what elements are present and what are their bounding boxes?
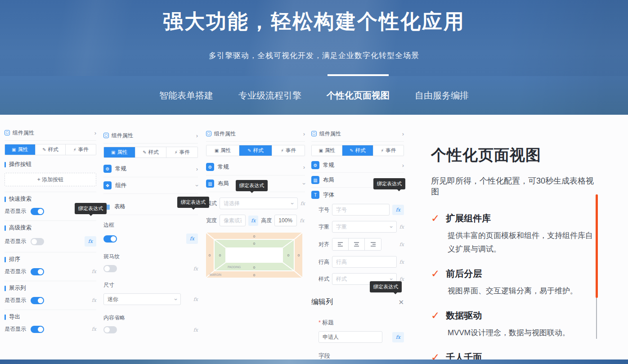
section-action-buttons: 操作按钮	[4, 161, 96, 168]
event-icon: ⚡	[73, 147, 76, 152]
panel4-header: 组件属性 ›	[311, 128, 404, 139]
collapse-icon[interactable]: ›	[94, 130, 96, 136]
tab-properties[interactable]: ▣ 属性	[312, 145, 342, 156]
padding-bottom-value: 0	[253, 265, 256, 270]
align-right-button[interactable]	[365, 238, 381, 250]
tab-style[interactable]: ✎ 样式	[239, 145, 272, 156]
columns-show-row: 是否显示 fx	[4, 297, 96, 304]
collapse-icon[interactable]: ›	[303, 131, 305, 137]
gear-icon: ⚙	[311, 161, 319, 169]
tab-event[interactable]: ⚡ 事件	[272, 145, 305, 156]
tab-event[interactable]: ⚡ 事件	[66, 144, 96, 155]
group-general[interactable]: ⚙ 常规 ›	[311, 158, 404, 172]
width-input[interactable]	[220, 215, 246, 226]
layout-icon: ▥	[311, 176, 319, 184]
section-quick-search: 快速搜索	[4, 195, 96, 203]
border-label: 边框	[103, 221, 198, 229]
tab-properties[interactable]: ▣ 属性	[104, 147, 135, 157]
sort-toggle[interactable]	[31, 268, 44, 275]
feature-scroll-indicator[interactable]	[596, 194, 598, 339]
fx-button[interactable]: fx	[193, 266, 198, 272]
align-group	[332, 238, 381, 251]
fx-button-active[interactable]: fx	[186, 234, 198, 244]
font-icon: T	[311, 191, 319, 199]
fx-button-active[interactable]: fx	[392, 332, 404, 342]
chevron-right-icon: ›	[196, 166, 198, 172]
tab-process-engine[interactable]: 专业级流程引擎	[238, 90, 301, 101]
font-size-input[interactable]	[332, 204, 390, 216]
page: 强大功能，轻松构建个性化应用 多引擎驱动，全栈可视化开发，满足企业数字化转型全场…	[0, 0, 628, 364]
align-center-button[interactable]	[349, 238, 365, 250]
line-height-input[interactable]	[332, 256, 397, 268]
export-toggle[interactable]	[31, 326, 44, 333]
tab-properties[interactable]: ▣ 属性	[5, 144, 36, 155]
export-show-row: 是否显示 fx	[4, 325, 96, 333]
fx-button[interactable]: fx	[301, 201, 305, 207]
fx-button-active[interactable]: fx	[392, 205, 404, 215]
tab-service-orchestration[interactable]: 自由服务编排	[415, 90, 469, 101]
panel1-title: 组件属性	[13, 129, 34, 137]
fx-button[interactable]: fx	[300, 218, 304, 224]
section-display-columns: 展示列	[4, 284, 96, 292]
collapse-icon[interactable]: ›	[402, 131, 404, 137]
tab-event[interactable]: ⚡ 事件	[166, 147, 197, 157]
size-row: 迷你 › fx	[103, 293, 198, 305]
fx-button[interactable]: fx	[92, 297, 96, 303]
width-label: 宽度	[206, 217, 217, 225]
fx-button[interactable]: fx	[193, 327, 198, 333]
fx-button[interactable]: fx	[92, 326, 96, 332]
size-select[interactable]: 迷你 ›	[103, 293, 181, 305]
align-left-icon	[338, 242, 343, 247]
margin-label: MARGIN	[210, 273, 221, 276]
font-weight-select[interactable]: 字重 ›	[332, 221, 397, 233]
close-icon[interactable]: ✕	[398, 298, 404, 306]
group-general[interactable]: ⚙ 常规 ›	[103, 161, 198, 177]
section-advanced-search: 高级搜索	[4, 224, 96, 232]
font-weight-row: 字重 字重 › fx	[311, 221, 404, 233]
align-left-button[interactable]	[332, 238, 349, 250]
height-input[interactable]	[274, 215, 297, 226]
mode-select[interactable]: 请选择 ›	[220, 198, 298, 209]
panel2-tabgroup: ▣ 属性 ✎ 样式 ⚡ 事件	[103, 147, 198, 158]
border-toggle[interactable]	[103, 235, 117, 243]
style-icon: ✎	[247, 148, 251, 153]
field-field-label: 字段	[311, 352, 404, 360]
group-font[interactable]: T 字体	[311, 188, 404, 202]
fx-button[interactable]: fx	[399, 259, 404, 265]
fx-button[interactable]: fx	[399, 224, 404, 230]
fx-button-active[interactable]: fx	[248, 216, 258, 226]
group-component[interactable]: ❖ 组件 ›	[103, 177, 198, 193]
chevron-down-icon: ›	[173, 298, 179, 300]
scroll-track-rest	[596, 298, 597, 339]
fx-button-active[interactable]: fx	[85, 236, 96, 247]
component-icon	[4, 130, 10, 135]
fx-button[interactable]: fx	[193, 297, 198, 302]
tab-smart-form[interactable]: 智能表单搭建	[159, 90, 213, 101]
collapse-icon[interactable]: ›	[196, 133, 198, 139]
bind-expression-tooltip: 绑定表达式	[75, 203, 107, 214]
title-input[interactable]	[318, 331, 382, 343]
zebra-toggle[interactable]	[103, 265, 117, 272]
group-general[interactable]: ⚙ 常规 ›	[206, 159, 305, 175]
fx-button[interactable]: fx	[92, 269, 96, 274]
tab-style[interactable]: ✎ 样式	[36, 144, 66, 155]
sort-show-row: 是否显示 fx	[4, 268, 96, 275]
tab-properties[interactable]: ▣ 属性	[206, 145, 239, 156]
ellipsis-toggle[interactable]	[103, 326, 117, 333]
hero-title: 强大功能，轻松构建个性化应用	[0, 0, 628, 35]
advanced-search-show-row: 是否显示 fx	[4, 236, 96, 247]
tab-style[interactable]: ✎ 样式	[135, 147, 167, 157]
add-button[interactable]: + 添加按钮	[4, 173, 96, 186]
fx-button[interactable]: fx	[399, 242, 404, 247]
properties-icon: ▣	[111, 150, 115, 155]
properties-icon: ▣	[215, 148, 219, 153]
advanced-search-toggle[interactable]	[31, 238, 44, 245]
hero-section: 强大功能，轻松构建个性化应用 多引擎驱动，全栈可视化开发，满足企业数字化转型全场…	[0, 0, 628, 76]
tab-event[interactable]: ⚡ 事件	[373, 145, 404, 156]
tab-personalized-view[interactable]: 个性化页面视图	[327, 90, 390, 101]
height-label: 高度	[261, 217, 272, 225]
columns-toggle[interactable]	[31, 297, 44, 304]
feature-description: 个性化页面视图 所见即所得，个性化配置，可30秒生成表格视图 ✓ 扩展组件库 提…	[431, 145, 602, 363]
tab-style[interactable]: ✎ 样式	[342, 145, 373, 156]
quick-search-toggle[interactable]	[31, 208, 44, 215]
